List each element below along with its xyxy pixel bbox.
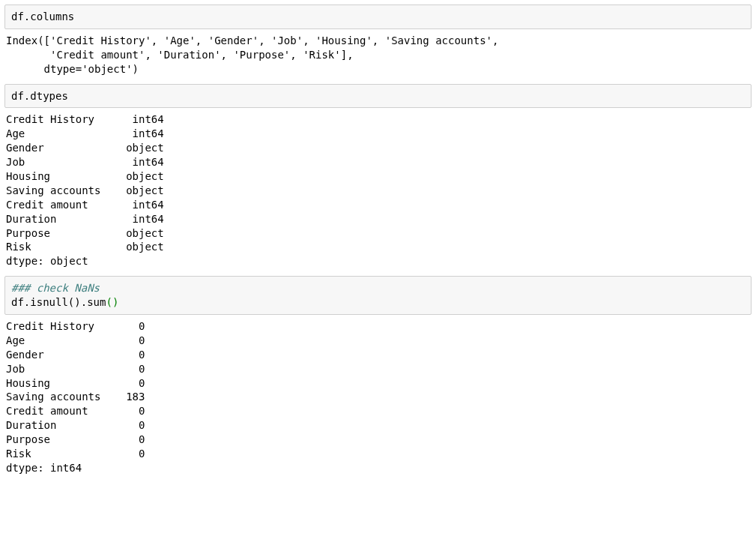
code-input[interactable]: df.columns xyxy=(4,4,752,29)
paren-open: ( xyxy=(106,296,112,308)
cell-output: Credit History int64 Age int64 Gender ob… xyxy=(4,108,752,268)
code-input[interactable]: df.dtypes xyxy=(4,84,752,109)
paren-close: ) xyxy=(112,296,118,308)
code-comment: ### check NaNs xyxy=(11,282,100,294)
notebook-cell: ### check NaNs df.isnull().sum() Credit … xyxy=(4,276,752,475)
code-text: df.isnull().sum xyxy=(11,296,106,308)
notebook-cell: df.dtypes Credit History int64 Age int64… xyxy=(4,84,752,269)
code-input[interactable]: ### check NaNs df.isnull().sum() xyxy=(4,276,752,315)
cell-output: Index(['Credit History', 'Age', 'Gender'… xyxy=(4,29,752,76)
cell-output: Credit History 0 Age 0 Gender 0 Job 0 Ho… xyxy=(4,315,752,475)
notebook-cell: df.columns Index(['Credit History', 'Age… xyxy=(4,4,752,76)
